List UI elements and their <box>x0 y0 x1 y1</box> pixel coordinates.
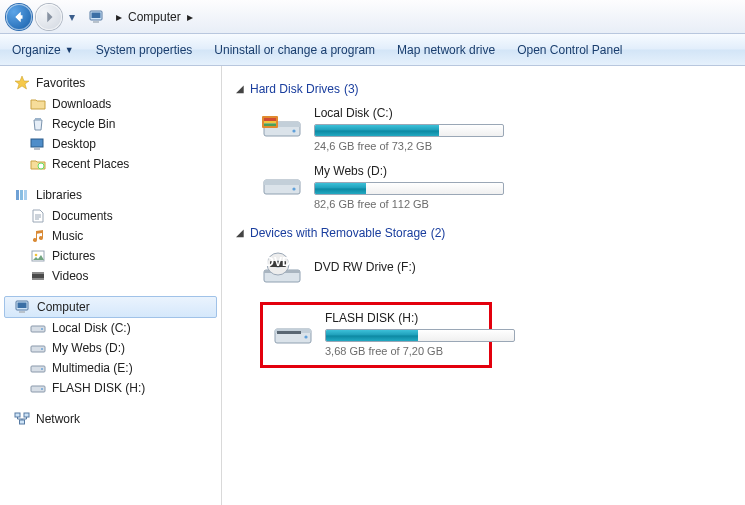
sidebar-item-local-disk-c[interactable]: Local Disk (C:) <box>0 318 221 338</box>
collapse-icon: ◢ <box>236 227 244 238</box>
sidebar-libraries-head[interactable]: Libraries <box>0 184 221 206</box>
sidebar-item-music[interactable]: Music <box>0 226 221 246</box>
svg-point-49 <box>304 335 307 338</box>
libraries-icon <box>14 187 30 203</box>
star-icon <box>14 75 30 91</box>
sidebar-item-documents[interactable]: Documents <box>0 206 221 226</box>
computer-icon <box>15 299 31 315</box>
svg-rect-2 <box>93 21 99 23</box>
organize-menu[interactable]: Organize▼ <box>12 43 74 57</box>
sidebar-network-head[interactable]: Network <box>0 408 221 430</box>
computer-icon <box>88 8 106 26</box>
usage-bar <box>314 124 504 137</box>
drive-icon <box>30 360 46 376</box>
drive-my-webs-d[interactable]: My Webs (D:) 82,6 GB free of 112 GB <box>260 164 492 210</box>
toolbar: Organize▼ System properties Uninstall or… <box>0 34 745 66</box>
nav-history-dropdown[interactable]: ▾ <box>66 7 78 27</box>
desktop-icon <box>30 136 46 152</box>
collapse-icon: ◢ <box>236 83 244 94</box>
removable-section-head[interactable]: ◢ Devices with Removable Storage (2) <box>236 224 737 240</box>
svg-rect-3 <box>35 118 41 120</box>
usage-bar <box>314 182 504 195</box>
nav-bar: ▾ ▸ Computer ▸ <box>0 0 745 34</box>
svg-rect-7 <box>16 190 19 200</box>
sidebar-item-videos[interactable]: Videos <box>0 266 221 286</box>
svg-rect-48 <box>277 331 301 334</box>
svg-rect-8 <box>20 190 23 200</box>
svg-point-31 <box>292 129 295 132</box>
main-pane: ◢ Hard Disk Drives (3) Local Disk (C:) 2… <box>222 66 745 505</box>
svg-rect-4 <box>31 139 43 147</box>
drive-icon <box>30 320 46 336</box>
svg-rect-14 <box>32 278 44 280</box>
sidebar-favorites-head[interactable]: Favorites <box>0 72 221 94</box>
nav-forward-button[interactable] <box>36 4 62 30</box>
dvd-drive-icon: DVD <box>260 250 304 290</box>
drive-free-text: 24,6 GB free of 73,2 GB <box>314 140 504 152</box>
sidebar-item-recycle-bin[interactable]: Recycle Bin <box>0 114 221 134</box>
sidebar-item-downloads[interactable]: Downloads <box>0 94 221 114</box>
drive-dvd-rw-f[interactable]: DVD DVD RW Drive (F:) <box>260 250 492 290</box>
sidebar-nav: Favorites Downloads Recycle Bin Desktop … <box>0 66 222 505</box>
map-network-drive-button[interactable]: Map network drive <box>397 43 495 57</box>
sidebar-item-my-webs-d[interactable]: My Webs (D:) <box>0 338 221 358</box>
svg-rect-26 <box>15 413 20 417</box>
sidebar-item-desktop[interactable]: Desktop <box>0 134 221 154</box>
hdd-icon <box>260 164 304 204</box>
drive-name: FLASH DISK (H:) <box>325 311 515 325</box>
svg-point-11 <box>35 254 38 257</box>
drive-local-disk-c[interactable]: Local Disk (C:) 24,6 GB free of 73,2 GB <box>260 106 492 152</box>
hdd-section-head[interactable]: ◢ Hard Disk Drives (3) <box>236 80 737 96</box>
drive-name: My Webs (D:) <box>314 164 504 178</box>
sidebar-item-recent-places[interactable]: Recent Places <box>0 154 221 174</box>
drive-name: DVD RW Drive (F:) <box>314 260 492 274</box>
removable-disk-icon <box>271 311 315 351</box>
documents-icon <box>30 208 46 224</box>
sidebar-item-flash-disk-h[interactable]: FLASH DISK (H:) <box>0 378 221 398</box>
svg-rect-35 <box>264 121 276 124</box>
drive-icon <box>30 340 46 356</box>
svg-point-6 <box>38 163 44 169</box>
sidebar-item-pictures[interactable]: Pictures <box>0 246 221 266</box>
open-control-panel-button[interactable]: Open Control Panel <box>517 43 622 57</box>
svg-point-19 <box>41 328 43 330</box>
svg-text:DVD: DVD <box>265 255 291 269</box>
drive-free-text: 3,68 GB free of 7,20 GB <box>325 345 515 357</box>
svg-rect-9 <box>24 190 27 200</box>
pictures-icon <box>30 248 46 264</box>
breadcrumb[interactable]: ▸ Computer ▸ <box>112 6 197 28</box>
videos-icon <box>30 268 46 284</box>
network-icon <box>14 411 30 427</box>
svg-rect-1 <box>92 12 101 18</box>
nav-back-button[interactable] <box>6 4 32 30</box>
svg-rect-13 <box>32 272 44 274</box>
svg-rect-36 <box>264 124 276 127</box>
svg-rect-38 <box>264 180 300 185</box>
svg-rect-34 <box>264 118 276 121</box>
drive-free-text: 82,6 GB free of 112 GB <box>314 198 504 210</box>
crumb-computer[interactable]: Computer <box>126 10 183 24</box>
svg-point-21 <box>41 348 43 350</box>
folder-icon <box>30 96 46 112</box>
svg-rect-5 <box>34 148 40 150</box>
system-properties-button[interactable]: System properties <box>96 43 193 57</box>
music-icon <box>30 228 46 244</box>
uninstall-button[interactable]: Uninstall or change a program <box>214 43 375 57</box>
drive-icon <box>30 380 46 396</box>
svg-point-39 <box>292 187 295 190</box>
recycle-bin-icon <box>30 116 46 132</box>
sidebar-item-multimedia-e[interactable]: Multimedia (E:) <box>0 358 221 378</box>
sidebar-computer-head[interactable]: Computer <box>4 296 217 318</box>
drive-flash-disk-h[interactable]: FLASH DISK (H:) 3,68 GB free of 7,20 GB <box>260 302 492 368</box>
svg-rect-17 <box>19 311 25 313</box>
svg-point-23 <box>41 368 43 370</box>
svg-rect-27 <box>24 413 29 417</box>
svg-rect-16 <box>18 303 27 309</box>
recent-places-icon <box>30 156 46 172</box>
drive-name: Local Disk (C:) <box>314 106 504 120</box>
chevron-right-icon: ▸ <box>112 10 126 24</box>
svg-rect-28 <box>20 420 25 424</box>
hdd-icon <box>260 106 304 146</box>
svg-point-25 <box>41 388 43 390</box>
usage-bar <box>325 329 515 342</box>
